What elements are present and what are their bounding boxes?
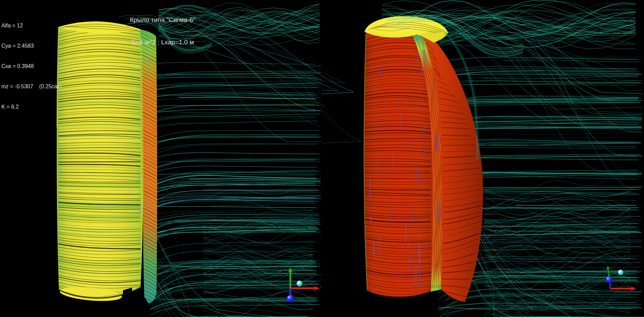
x-axis-label: x (635, 281, 638, 286)
left-view-wing-surface[interactable] (57, 21, 157, 308)
wing-type-title: Крыло типа "Сигма-6" (102, 16, 224, 24)
scene-canvas[interactable]: x x (0, 0, 644, 317)
scene-title: Крыло типа "Сигма-6" S=6 м^2 ; Lxap=1.0 … (102, 1, 224, 61)
readout-cya: Cya = 2.4583 (1, 43, 62, 49)
readout-cxa: Cxa = 0.3948 (1, 63, 62, 70)
wing-params-subtitle: S=6 м^2 ; Lxap=1.0 м (102, 39, 224, 46)
readout-mz: mz = -0.5307 (0.25сах) (1, 83, 62, 90)
readout-alfa: Alfa = 12 (1, 22, 62, 29)
right-view-wing-surface[interactable] (364, 16, 483, 302)
readout-k: K = 6.2 (1, 104, 62, 110)
x-axis-label: x (319, 284, 323, 289)
aero-coefficients-readout: Alfa = 12 Cya = 2.4583 Cxa = 0.3948 mz =… (1, 9, 62, 124)
cfd-visualization-viewport[interactable]: x x Alfa = 12 Cya = 2.4583 Cxa = 0.3948 … (0, 0, 644, 317)
